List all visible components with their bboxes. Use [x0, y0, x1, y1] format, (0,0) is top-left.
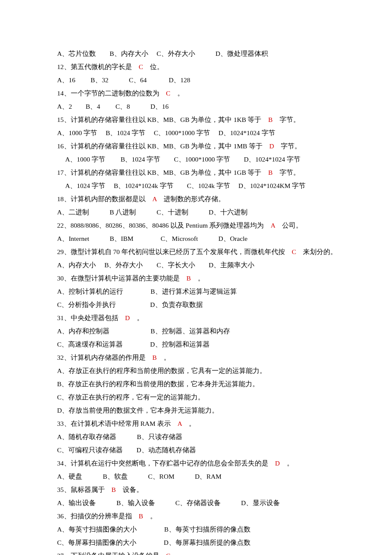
text-segment: 36、扫描仪的分辨率是指	[57, 512, 139, 520]
text-line: A、Internet B、IBM C、Microsoft D、Oracle	[57, 232, 337, 245]
text-line: C、高速缓存和运算器 D、控制器和运算器	[57, 338, 337, 351]
text-segment: B、存放正在执行的程序和当前使用的数据，它本身并无运算能力。	[57, 380, 259, 387]
text-line: A、1024 字节 B、1024*1024k 字节 C、1024k 字节 D、1…	[57, 179, 337, 192]
text-segment: 16、计算机的存储容量往往以 KB、MB、GB 为单位，其中 1MB 等于	[57, 142, 269, 150]
text-segment: 37、下列设备中属于输入设备的是	[57, 552, 166, 555]
text-segment: 14、一个字节的二进制数的位数为	[57, 90, 166, 97]
text-segment: 。	[170, 552, 184, 555]
text-line: 32、计算机内存储器的作用是 B 。	[57, 351, 337, 364]
text-segment: A、1000 字节 B、1024 字节 C、1000*1000 字节 D、102…	[57, 156, 300, 163]
text-line: 17、计算机的存储容量往往以 KB、MB、GB 为单位，其中 1GB 等于 B …	[57, 166, 337, 179]
text-segment: 字节。	[274, 142, 301, 150]
text-segment: 34、计算机在运行中突然断电，下存贮器中记存的信息会全部丢失的是	[57, 460, 275, 467]
answer-letter: A	[153, 195, 157, 202]
answer-letter: B	[268, 169, 272, 176]
text-line: A、16 B、32 C、64 D、128	[57, 73, 337, 87]
text-line: A、芯片位数 B、内存大小 C、外存大小 D、微处理器体积	[57, 47, 337, 60]
text-line: A、1000 字节 B、1024 字节 C、1000*1000 字节 D、102…	[57, 126, 337, 139]
answer-letter: B	[112, 486, 116, 493]
text-line: 35、鼠标器属于 B 设备。	[57, 483, 337, 496]
text-segment: C、存放正在执行的程序，它有一定的运算能力。	[57, 393, 205, 401]
text-line: C、可编程只读存储器 D、动态随机存储器	[57, 443, 337, 457]
answer-letter: A	[178, 420, 182, 427]
text-segment: 29、微型计算机自 70 年代初问世以来已经历了五个发展年代，而微机年代按	[57, 248, 292, 255]
text-segment: 。	[182, 420, 196, 427]
text-line: 15、计算机的存储容量往往以 KB、MB、GB 为单位，其中 1KB 等于 B …	[57, 113, 337, 126]
text-line: 14、一个字节的二进制数的位数为 C 。	[57, 87, 337, 100]
text-segment: 18、计算机内部的数据都是以	[57, 195, 153, 202]
text-line: A、存放正在执行的程序和当前使用的数据，它具有一定的运算能力。	[57, 364, 337, 377]
text-segment: C、每屏幕扫描图像的大小 D、每屏幕扫描所提的像点数	[57, 539, 251, 546]
text-line: 31、中央处理器包括 D 。	[57, 311, 337, 324]
text-line: 37、下列设备中属于输入设备的是 C 。	[57, 549, 337, 555]
text-segment: A、硬盘 B、软盘 C、ROM D、RAM	[57, 473, 222, 480]
text-segment: 设备。	[116, 486, 143, 493]
text-segment: A、存放正在执行的程序和当前使用的数据，它具有一定的运算能力。	[57, 367, 266, 374]
text-line: C、每屏幕扫描图像的大小 D、每屏幕扫描所提的像点数	[57, 536, 337, 549]
text-segment: 17、计算机的存储容量往往以 KB、MB、GB 为单位，其中 1GB 等于	[57, 169, 268, 176]
answer-letter: C	[292, 248, 296, 255]
text-line: 34、计算机在运行中突然断电，下存贮器中记存的信息会全部丢失的是 D 。	[57, 457, 337, 470]
text-segment: A、1000 字节 B、1024 字节 C、1000*1000 字节 D、102…	[57, 129, 275, 136]
text-line: 18、计算机内部的数据都是以 A 进制数的形式存储。	[57, 192, 337, 205]
text-line: A、1000 字节 B、1024 字节 C、1000*1000 字节 D、102…	[57, 153, 337, 166]
text-segment: A、1024 字节 B、1024*1024k 字节 C、1024k 字节 D、1…	[57, 182, 306, 189]
text-line: A、输出设备 B、输入设备 C、存储器设备 D、显示设备	[57, 496, 337, 509]
answer-letter: B	[139, 512, 143, 520]
text-segment: 来划分的。	[296, 248, 337, 255]
text-segment: 。	[191, 275, 205, 282]
text-segment: A、内存和控制器 B、控制器、运算器和内存	[57, 327, 230, 335]
text-line: A、2 B、4 C、8 D、16	[57, 100, 337, 113]
text-segment: 22、8088/8086、80286、80386、80486 以及 Pentiu…	[57, 222, 271, 229]
text-segment: 。	[157, 354, 170, 361]
text-segment: 公司。	[275, 222, 303, 229]
answer-letter: D	[269, 142, 274, 150]
text-segment: 32、计算机内存储器的作用是	[57, 354, 153, 361]
text-segment: 字节。	[273, 169, 300, 176]
answer-letter: C	[166, 552, 170, 555]
answer-letter: C	[166, 90, 170, 97]
text-line: 33、在计算机术语中经常用 RAM 表示 A 。	[57, 417, 337, 430]
text-line: A、随机存取存储器 B、只读存储器	[57, 430, 337, 443]
text-segment: A、16 B、32 C、64 D、128	[57, 76, 190, 84]
text-line: A、控制计算机的运行 B、进行算术运算与逻辑运算	[57, 285, 337, 298]
text-segment: A、内存大小 B、外存大小 C、字长大小 D、主频率大小	[57, 261, 254, 269]
text-segment: 12、第五代微机的字长是	[57, 63, 139, 70]
text-line: C、分析指令并执行 D、负责存取数据	[57, 298, 337, 311]
text-segment: A、二进制 B 八进制 C、十进制 D、十六进制	[57, 208, 248, 216]
text-line: 16、计算机的存储容量往往以 KB、MB、GB 为单位，其中 1MB 等于 D …	[57, 139, 337, 153]
text-line: 22、8088/8086、80286、80386、80486 以及 Pentiu…	[57, 219, 337, 232]
text-segment: 30、在微型计算机中运算器的主要功能是	[57, 275, 187, 282]
text-line: A、二进制 B 八进制 C、十进制 D、十六进制	[57, 205, 337, 219]
text-segment: A、控制计算机的运行 B、进行算术运算与逻辑运算	[57, 288, 237, 295]
text-line: 29、微型计算机自 70 年代初问世以来已经历了五个发展年代，而微机年代按 C …	[57, 245, 337, 258]
answer-letter: B	[153, 354, 157, 361]
text-segment: 。	[280, 460, 294, 467]
text-segment: 31、中央处理器包括	[57, 314, 125, 321]
text-line: D、存放当前使用的数据文件，它本身并无运算能力。	[57, 404, 337, 417]
text-segment: 。	[143, 512, 157, 520]
text-line: C、存放正在执行的程序，它有一定的运算能力。	[57, 390, 337, 404]
text-segment: A、Internet B、IBM C、Microsoft D、Oracle	[57, 235, 248, 242]
text-line: A、硬盘 B、软盘 C、ROM D、RAM	[57, 470, 337, 483]
answer-letter: D	[125, 314, 130, 321]
answer-letter: B	[268, 116, 272, 123]
answer-letter: C	[139, 63, 143, 70]
text-line: A、内存大小 B、外存大小 C、字长大小 D、主频率大小	[57, 258, 337, 272]
text-segment: 进制数的形式存储。	[157, 195, 225, 202]
text-segment: 。	[170, 90, 184, 97]
text-line: A、每英寸扫描图像的大小 B、每英寸扫描所得的像点数	[57, 523, 337, 536]
text-segment: C、可编程只读存储器 D、动态随机存储器	[57, 446, 196, 454]
text-segment: A、每英寸扫描图像的大小 B、每英寸扫描所得的像点数	[57, 526, 251, 533]
text-segment: 。	[130, 314, 144, 321]
text-line: 30、在微型计算机中运算器的主要功能是 B 。	[57, 272, 337, 285]
text-segment: A、随机存取存储器 B、只读存储器	[57, 433, 182, 440]
text-segment: D、存放当前使用的数据文件，它本身并无运算能力。	[57, 407, 219, 414]
text-segment: 35、鼠标器属于	[57, 486, 112, 493]
text-segment: 33、在计算机术语中经常用 RAM 表示	[57, 420, 178, 427]
answer-letter: D	[275, 460, 280, 467]
text-segment: A、芯片位数 B、内存大小 C、外存大小 D、微处理器体积	[57, 50, 268, 57]
text-line: A、内存和控制器 B、控制器、运算器和内存	[57, 324, 337, 338]
text-line: B、存放正在执行的程序和当前使用的数据，它本身并无运算能力。	[57, 377, 337, 390]
answer-letter: B	[187, 275, 191, 282]
